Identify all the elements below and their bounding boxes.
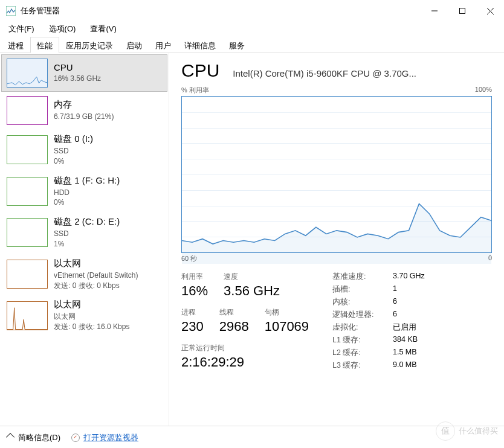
sidebar-item[interactable]: 以太网vEthernet (Default Switch) 发送: 0 接收: …	[1, 254, 167, 295]
tab-performance[interactable]: 性能	[30, 37, 59, 53]
brief-toggle[interactable]: 简略信息(D)	[7, 432, 60, 443]
open-resource-monitor-link[interactable]: 打开资源监视器	[71, 432, 138, 443]
tab-services[interactable]: 服务	[222, 37, 251, 53]
stat-speed: 速度 3.56 GHz	[224, 272, 280, 299]
sidebar-item[interactable]: 以太网以太网 发送: 0 接收: 16.0 Kbps	[1, 295, 167, 336]
menu-file[interactable]: 文件(F)	[6, 22, 37, 36]
svg-marker-5	[182, 203, 491, 264]
stat-threads: 线程 2968	[219, 307, 249, 334]
sidebar-item-name: 内存	[54, 99, 114, 110]
cpu-info-table: 基准速度:3.70 GHz 插槽:1 内核:6 逻辑处理器:6 虚拟化:已启用 …	[332, 272, 492, 371]
menu-view[interactable]: 查看(V)	[88, 22, 118, 36]
stat-utilization: 利用率 16%	[181, 272, 208, 299]
chart-y-max: 100%	[475, 86, 492, 95]
sidebar-item[interactable]: 磁盘 2 (C: D: E:)SSD 1%	[1, 212, 167, 254]
tab-users[interactable]: 用户	[149, 37, 178, 53]
sidebar-thumb	[7, 59, 48, 88]
chevron-up-icon	[6, 432, 15, 441]
cpu-name: Intel(R) Core(TM) i5-9600KF CPU @ 3.70G.…	[233, 68, 416, 78]
stat-uptime: 正常运行时间 2:16:29:29	[181, 343, 332, 370]
tab-startup[interactable]: 启动	[120, 37, 149, 53]
performance-sidebar[interactable]: CPU16% 3.56 GHz内存6.7/31.9 GB (21%)磁盘 0 (…	[0, 53, 169, 426]
sidebar-item-name: 磁盘 0 (I:)	[54, 133, 93, 145]
svg-rect-2	[460, 8, 465, 14]
sidebar-item-sub: 16% 3.56 GHz	[54, 74, 101, 84]
sidebar-item[interactable]: 磁盘 1 (F: G: H:)HDD 0%	[1, 171, 167, 213]
sidebar-thumb	[7, 96, 48, 125]
sidebar-item-name: 磁盘 1 (F: G: H:)	[54, 175, 120, 187]
sidebar-thumb	[7, 260, 48, 289]
sidebar-item-name: CPU	[54, 62, 101, 72]
window-title: 任务管理器	[21, 5, 421, 16]
sidebar-item-sub: SSD 1%	[54, 229, 120, 249]
tab-bar: 进程 性能 应用历史记录 启动 用户 详细信息 服务	[0, 36, 504, 53]
sidebar-item-sub: 6.7/31.9 GB (21%)	[54, 112, 114, 122]
sidebar-item-sub: HDD 0%	[54, 188, 120, 208]
sidebar-item-name: 以太网	[54, 299, 129, 310]
stat-handles: 句柄 107069	[265, 307, 309, 334]
sidebar-item-name: 磁盘 2 (C: D: E:)	[54, 216, 120, 228]
sidebar-thumb	[7, 218, 48, 247]
cpu-chart[interactable]	[181, 96, 492, 253]
app-icon	[6, 6, 16, 16]
sidebar-item-sub: 以太网 发送: 0 接收: 16.0 Kbps	[54, 312, 129, 332]
sidebar-item[interactable]: 磁盘 0 (I:)SSD 0%	[1, 129, 167, 171]
tab-details[interactable]: 详细信息	[178, 37, 222, 53]
sidebar-item[interactable]: 内存6.7/31.9 GB (21%)	[1, 92, 167, 129]
main-panel: CPU Intel(R) Core(TM) i5-9600KF CPU @ 3.…	[169, 53, 504, 426]
window-controls	[421, 0, 504, 22]
sidebar-thumb	[7, 135, 48, 164]
maximize-button[interactable]	[448, 0, 476, 22]
sidebar-thumb	[7, 177, 48, 206]
resmon-icon	[71, 434, 80, 442]
sidebar-item-sub: vEthernet (Default Switch) 发送: 0 接收: 0 K…	[54, 270, 138, 291]
sidebar-item-sub: SSD 0%	[54, 146, 93, 167]
sidebar-item[interactable]: CPU16% 3.56 GHz	[1, 54, 167, 92]
sidebar-item-name: 以太网	[54, 258, 138, 269]
menu-options[interactable]: 选项(O)	[47, 22, 79, 36]
tab-app-history[interactable]: 应用历史记录	[59, 37, 120, 53]
tab-processes[interactable]: 进程	[1, 37, 30, 53]
chart-y-title: % 利用率	[181, 86, 209, 95]
stat-processes: 进程 230	[181, 307, 204, 334]
footer: 简略信息(D) 打开资源监视器	[0, 426, 504, 448]
menu-bar: 文件(F) 选项(O) 查看(V)	[0, 22, 504, 36]
close-button[interactable]	[476, 0, 504, 22]
minimize-button[interactable]	[421, 0, 448, 22]
page-title: CPU	[181, 60, 219, 81]
title-bar: 任务管理器	[0, 0, 504, 22]
sidebar-thumb	[7, 301, 48, 330]
